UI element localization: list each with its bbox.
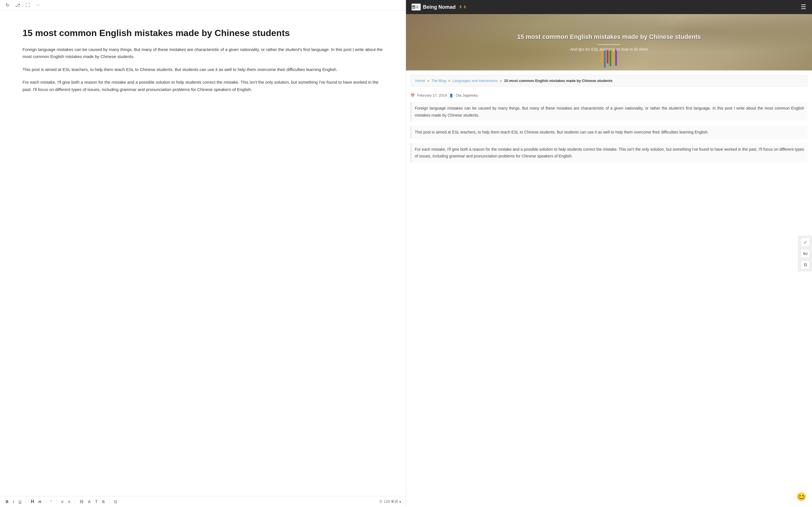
site-navbar: BN Being Nomad 🧍🧍 ☰ bbox=[406, 0, 812, 14]
doc-paragraph-2: This post is aimed at ESL teachers, to h… bbox=[22, 66, 383, 73]
format-toolbar: B I U H H “ ≡ ≡ ⛓ A T S ⊡ ⏱ 129 单词 ▾ bbox=[0, 496, 406, 507]
image-button[interactable]: ⊡ bbox=[113, 499, 118, 504]
document-body: 15 most common English mistakes made by … bbox=[0, 10, 406, 496]
heading1-button[interactable]: H bbox=[30, 499, 35, 505]
website-frame[interactable]: BN Being Nomad 🧍🧍 ☰ bbox=[406, 0, 812, 507]
hero-subtitle: And tips for ESL teachers on how to fix … bbox=[517, 47, 701, 52]
author-icon: 👤 bbox=[449, 94, 453, 98]
check-icon: ✓ bbox=[804, 240, 807, 245]
link-button[interactable]: ⛓ bbox=[79, 499, 85, 504]
type-button[interactable]: T bbox=[94, 499, 99, 504]
post-date: February 17, 2019 bbox=[417, 93, 447, 98]
side-icon-panel: ✓ f(x) ⧉ bbox=[798, 235, 812, 272]
word-count-label[interactable]: 129 单词 bbox=[384, 499, 398, 504]
strikethrough-button[interactable]: S bbox=[101, 499, 106, 504]
underline-button[interactable]: U bbox=[17, 499, 22, 504]
bold-button[interactable]: B bbox=[4, 499, 10, 504]
word-count-area: ⏱ 129 单词 ▾ bbox=[379, 499, 401, 504]
formula-icon: f(x) bbox=[803, 252, 808, 255]
clock-icon: ⏱ bbox=[379, 500, 383, 504]
website-preview-panel: BN Being Nomad 🧍🧍 ☰ bbox=[406, 0, 812, 507]
separator-5 bbox=[109, 499, 109, 504]
share-icon[interactable]: ⎇ bbox=[15, 2, 20, 8]
italic-button[interactable]: I bbox=[12, 499, 15, 504]
formula-icon-button[interactable]: f(x) bbox=[801, 249, 810, 258]
calendar-icon: 📅 bbox=[410, 94, 415, 98]
list-ul-button[interactable]: ≡ bbox=[60, 499, 64, 504]
word-count-dropdown-icon[interactable]: ▾ bbox=[399, 500, 401, 504]
layers-icon-button[interactable]: ⧉ bbox=[801, 260, 810, 269]
site-logo: BN Being Nomad 🧍🧍 bbox=[412, 4, 467, 10]
site-paragraph-3: For each mistake, I'll give both a reaso… bbox=[410, 143, 808, 163]
logo-icons: 🧍🧍 bbox=[458, 5, 467, 9]
breadcrumb-home[interactable]: Home bbox=[415, 78, 425, 83]
check-icon-button[interactable]: ✓ bbox=[801, 238, 810, 247]
floating-emoji[interactable]: 😊 bbox=[797, 492, 806, 501]
more-icon[interactable]: ··· bbox=[35, 2, 41, 8]
breadcrumb: Home » The Blog » Languages and Interact… bbox=[410, 75, 808, 87]
hamburger-menu[interactable]: ☰ bbox=[801, 3, 806, 11]
document-title: 15 most common English mistakes made by … bbox=[22, 27, 383, 39]
doc-paragraph-3: For each mistake, I'll give both a reaso… bbox=[22, 78, 383, 93]
site-paragraph-1: Foreign language mistakes can be caused … bbox=[410, 102, 808, 121]
doc-paragraph-1: Foreign language mistakes can be caused … bbox=[22, 46, 383, 60]
document-editor: ↻ ⎇ ⛶ ··· 15 most common English mistake… bbox=[0, 0, 406, 507]
breadcrumb-sep-2: » bbox=[448, 78, 450, 83]
post-author: Ola Jagielska bbox=[456, 93, 477, 98]
breadcrumb-blog[interactable]: The Blog bbox=[432, 78, 446, 83]
quote-button[interactable]: “ bbox=[49, 499, 53, 504]
logo-icon: BN bbox=[412, 4, 421, 10]
site-paragraph-2: This post is aimed at ESL teachers, to h… bbox=[410, 126, 808, 138]
expand-icon[interactable]: ⛶ bbox=[25, 2, 31, 8]
separator-3 bbox=[56, 499, 57, 504]
logo-text: Being Nomad bbox=[423, 4, 456, 10]
hero-text: 15 most common English mistakes made by … bbox=[511, 27, 707, 57]
text-color-button[interactable]: A bbox=[87, 499, 92, 504]
hero-divider bbox=[598, 44, 620, 45]
layers-icon: ⧉ bbox=[804, 262, 807, 267]
breadcrumb-sep-1: » bbox=[427, 78, 429, 83]
heading2-button[interactable]: H bbox=[38, 499, 42, 504]
separator-1 bbox=[26, 499, 26, 504]
separator-4 bbox=[75, 499, 75, 504]
list-ol-button[interactable]: ≡ bbox=[67, 499, 71, 504]
editor-toolbar-top: ↻ ⎇ ⛶ ··· bbox=[0, 0, 406, 10]
separator-2 bbox=[46, 499, 46, 504]
hero-title: 15 most common English mistakes made by … bbox=[517, 33, 701, 41]
refresh-icon[interactable]: ↻ bbox=[4, 2, 10, 8]
post-meta: 📅 February 17, 2019 👤 Ola Jagielska bbox=[406, 91, 812, 100]
breadcrumb-current: 15 most common English mistakes made by … bbox=[504, 78, 612, 83]
breadcrumb-sep-3: » bbox=[500, 78, 502, 83]
site-content: Foreign language mistakes can be caused … bbox=[406, 100, 812, 169]
hero-section: 15 most common English mistakes made by … bbox=[406, 14, 812, 70]
breadcrumb-category[interactable]: Languages and Interactions bbox=[452, 78, 497, 83]
